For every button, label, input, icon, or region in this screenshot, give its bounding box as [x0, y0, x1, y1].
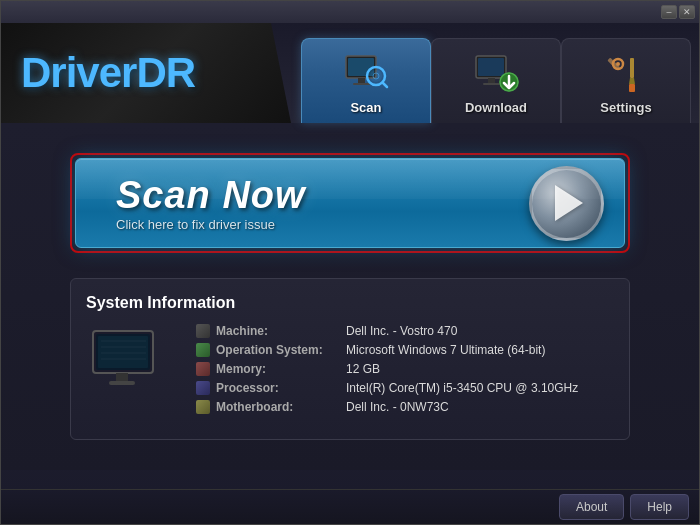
- tab-settings[interactable]: Settings: [561, 38, 691, 123]
- memory-value: 12 GB: [346, 362, 380, 376]
- bottom-bar: About Help: [1, 489, 699, 524]
- processor-label: Processor:: [216, 381, 346, 395]
- svg-rect-2: [358, 78, 365, 83]
- scan-tab-icon: [342, 48, 390, 96]
- about-button[interactable]: About: [559, 494, 624, 520]
- scan-button-text-area: Scan Now Click here to fix driver issue: [96, 174, 306, 232]
- svg-rect-24: [116, 373, 128, 381]
- system-information-section: System Information: [70, 278, 630, 440]
- machine-value: Dell Inc. - Vostro 470: [346, 324, 457, 338]
- processor-value: Intel(R) Core(TM) i5-3450 CPU @ 3.10GHz: [346, 381, 578, 395]
- svg-point-5: [370, 70, 382, 82]
- svg-rect-1: [348, 58, 374, 76]
- logo-text: DriverDR: [21, 49, 195, 97]
- machine-icon: [196, 324, 210, 338]
- table-row: Processor: Intel(R) Core(TM) i5-3450 CPU…: [196, 381, 614, 395]
- svg-rect-9: [478, 58, 504, 76]
- main-content: Scan Now Click here to fix driver issue …: [1, 123, 699, 470]
- table-row: Memory: 12 GB: [196, 362, 614, 376]
- motherboard-icon: [196, 400, 210, 414]
- system-information-body: Machine: Dell Inc. - Vostro 470 Operatio…: [86, 324, 614, 419]
- close-button[interactable]: ✕: [679, 5, 695, 19]
- tab-scan-label: Scan: [350, 100, 381, 115]
- svg-rect-10: [488, 78, 495, 83]
- help-button[interactable]: Help: [630, 494, 689, 520]
- table-row: Motherboard: Dell Inc. - 0NW73C: [196, 400, 614, 414]
- svg-rect-25: [109, 381, 135, 385]
- scan-now-button[interactable]: Scan Now Click here to fix driver issue: [75, 158, 625, 248]
- monitor-icon: [86, 324, 176, 404]
- tab-scan[interactable]: Scan: [301, 38, 431, 123]
- info-table: Machine: Dell Inc. - Vostro 470 Operatio…: [196, 324, 614, 419]
- download-tab-icon: [472, 48, 520, 96]
- tab-download-label: Download: [465, 100, 527, 115]
- memory-label: Memory:: [216, 362, 346, 376]
- svg-marker-19: [629, 78, 635, 84]
- machine-label: Machine:: [216, 324, 346, 338]
- memory-icon: [196, 362, 210, 376]
- svg-rect-20: [629, 84, 635, 92]
- motherboard-value: Dell Inc. - 0NW73C: [346, 400, 449, 414]
- svg-rect-11: [483, 83, 500, 85]
- settings-tab-icon: [602, 48, 650, 96]
- minimize-button[interactable]: –: [661, 5, 677, 19]
- scan-button-wrapper: Scan Now Click here to fix driver issue: [70, 153, 630, 253]
- system-information-title: System Information: [86, 294, 614, 312]
- table-row: Operation System: Microsoft Windows 7 Ul…: [196, 343, 614, 357]
- svg-rect-18: [630, 58, 634, 78]
- os-label: Operation System:: [216, 343, 346, 357]
- svg-line-6: [383, 82, 388, 87]
- tab-download[interactable]: Download: [431, 38, 561, 123]
- table-row: Machine: Dell Inc. - Vostro 470: [196, 324, 614, 338]
- processor-icon: [196, 381, 210, 395]
- motherboard-label: Motherboard:: [216, 400, 346, 414]
- main-window: – ✕ DriverDR: [0, 0, 700, 525]
- header: DriverDR: [1, 23, 699, 123]
- os-icon: [196, 343, 210, 357]
- logo-area: DriverDR: [1, 23, 291, 123]
- tab-settings-label: Settings: [600, 100, 651, 115]
- scan-arrow-button[interactable]: [529, 166, 604, 241]
- scan-button-main-text: Scan Now: [116, 174, 306, 217]
- os-value: Microsoft Windows 7 Ultimate (64-bit): [346, 343, 545, 357]
- arrow-icon: [555, 185, 583, 221]
- nav-tabs: Scan Download: [301, 23, 691, 123]
- scan-button-sub-text: Click here to fix driver issue: [116, 217, 306, 232]
- svg-point-17: [616, 62, 620, 66]
- svg-rect-3: [353, 83, 370, 85]
- title-bar: – ✕: [1, 1, 699, 23]
